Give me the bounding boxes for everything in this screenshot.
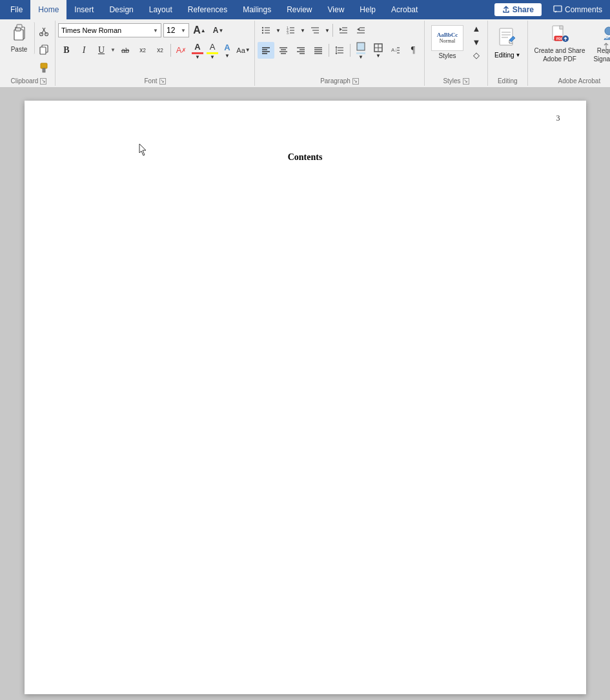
sort-icon: A↓: [391, 46, 400, 55]
align-left-button[interactable]: [258, 42, 274, 59]
increase-indent-button[interactable]: [352, 22, 369, 39]
styles-preview: AaBbCc Normal: [431, 25, 463, 51]
subscript-button[interactable]: x2: [134, 42, 151, 59]
editing-label-row: Editing ▼: [494, 52, 521, 59]
pilcrow-icon: ¶: [411, 45, 415, 55]
font-size-dropdown[interactable]: 12 ▼: [163, 23, 189, 37]
tab-insert[interactable]: Insert: [66, 0, 101, 19]
font-name-row: Times New Roman ▼ 12 ▼ A▲ A▼: [58, 22, 227, 39]
shading-button[interactable]: [352, 41, 369, 52]
shrink-font-button[interactable]: A▼: [210, 22, 227, 39]
create-pdf-icon-container: PDF: [549, 23, 571, 45]
editing-label: Editing: [494, 52, 514, 59]
multilevel-button[interactable]: [307, 22, 323, 39]
styles-scroll-down[interactable]: ▼: [468, 35, 485, 49]
bold-button[interactable]: B: [58, 42, 75, 59]
line-spacing-button[interactable]: [331, 42, 348, 59]
bullets-button[interactable]: [258, 22, 274, 39]
italic-button[interactable]: I: [76, 42, 92, 59]
increase-indent-icon: [356, 26, 365, 35]
separator-para: [332, 24, 333, 37]
strikethrough-button[interactable]: ab: [117, 42, 134, 59]
font-name-arrow: ▼: [153, 28, 158, 34]
styles-button[interactable]: AaBbCc Normal Styles: [427, 22, 467, 62]
tab-design[interactable]: Design: [101, 0, 141, 19]
numbering-icon: 1. 2. 3.: [286, 26, 295, 35]
paragraph-expand[interactable]: ↘: [352, 78, 359, 85]
ribbon-toolbar: Paste: [0, 19, 610, 88]
shading-container: ▼: [352, 41, 369, 59]
svg-rect-0: [554, 6, 562, 12]
clear-formatting-button[interactable]: A ✗: [173, 42, 190, 59]
align-right-button[interactable]: [292, 42, 309, 59]
show-marks-button[interactable]: ¶: [405, 42, 422, 59]
styles-expand[interactable]: ◇: [468, 48, 485, 62]
sort-button[interactable]: A↓: [387, 42, 404, 59]
adobe-group-content: PDF Create and ShareAdobe PDF RequestSig…: [531, 22, 611, 76]
underline-button[interactable]: U: [93, 42, 110, 59]
paste-icon: [10, 23, 28, 45]
clipboard-secondary-buttons: [36, 22, 52, 76]
ribbon-collapse-handle[interactable]: [602, 19, 610, 77]
text-effects-button[interactable]: A: [219, 42, 236, 54]
justify-button[interactable]: [310, 42, 327, 59]
multilevel-dropdown[interactable]: ▼: [324, 22, 330, 39]
font-name-dropdown[interactable]: Times New Roman ▼: [58, 23, 161, 37]
tab-review[interactable]: Review: [279, 0, 320, 19]
underline-dropdown[interactable]: ▼: [110, 42, 116, 59]
styles-expand-btn[interactable]: ↘: [463, 78, 469, 85]
tab-file[interactable]: File: [3, 0, 30, 19]
bullets-dropdown[interactable]: ▼: [275, 22, 281, 39]
decrease-indent-button[interactable]: [335, 22, 352, 39]
numbering-dropdown[interactable]: ▼: [300, 22, 306, 39]
paragraph-group-content: ▼ 1. 2. 3. ▼: [258, 22, 422, 76]
editing-icon: [498, 27, 517, 48]
styles-group: AaBbCc Normal Styles ▲ ▼ ◇ Styles ↘: [425, 21, 488, 86]
font-expand[interactable]: ↘: [159, 78, 166, 85]
text-effects-dropdown[interactable]: ▼: [224, 54, 230, 59]
font-format-row: B I U ▼ ab x2 x2 A ✗ A: [58, 41, 252, 59]
change-case-button[interactable]: Aa ▼: [235, 42, 252, 59]
tab-home[interactable]: Home: [30, 0, 66, 19]
styles-scroll-up[interactable]: ▲: [468, 22, 485, 35]
tab-help[interactable]: Help: [352, 0, 383, 19]
create-share-pdf-button[interactable]: PDF Create and ShareAdobe PDF: [531, 22, 589, 65]
editing-button[interactable]: Editing ▼: [491, 22, 525, 61]
editing-dropdown-arrow: ▼: [516, 52, 521, 58]
tab-view[interactable]: View: [320, 0, 352, 19]
font-size-arrow: ▼: [181, 28, 186, 34]
numbering-button[interactable]: 1. 2. 3.: [282, 22, 299, 39]
decrease-indent-icon: [339, 26, 348, 35]
tab-acrobat[interactable]: Acrobat: [383, 0, 425, 19]
borders-dropdown[interactable]: ▼: [375, 54, 381, 59]
share-button[interactable]: Share: [494, 3, 542, 16]
contents-title: Contents: [63, 152, 547, 163]
comments-icon: [553, 5, 562, 14]
page-content[interactable]: Contents: [63, 152, 547, 163]
justify-icon: [314, 46, 323, 55]
cut-button[interactable]: [36, 23, 52, 40]
create-pdf-label: Create and ShareAdobe PDF: [534, 46, 585, 63]
svg-marker-28: [340, 28, 342, 31]
styles-label: Styles: [438, 52, 456, 59]
tab-layout[interactable]: Layout: [141, 0, 180, 19]
tab-references[interactable]: References: [180, 0, 235, 19]
align-center-button[interactable]: [275, 42, 292, 59]
svg-rect-63: [500, 28, 513, 45]
grow-font-button[interactable]: A▲: [191, 22, 208, 39]
format-painter-button[interactable]: [36, 59, 52, 76]
create-pdf-icon: PDF: [550, 25, 569, 44]
svg-rect-55: [357, 43, 365, 50]
shading-dropdown[interactable]: ▼: [358, 54, 364, 59]
document-area: 3 Contents: [0, 88, 610, 700]
paste-button[interactable]: Paste: [5, 22, 35, 54]
superscript-button[interactable]: x2: [152, 42, 168, 59]
font-group-content: Times New Roman ▼ 12 ▼ A▲ A▼ B I U ▼ ab: [58, 22, 252, 76]
font-color-dropdown[interactable]: ▼: [194, 54, 201, 59]
copy-button[interactable]: [36, 41, 52, 58]
comments-button[interactable]: Comments: [545, 0, 610, 19]
clipboard-expand[interactable]: ↘: [40, 78, 46, 85]
highlight-dropdown[interactable]: ▼: [209, 54, 216, 59]
tab-mailings[interactable]: Mailings: [235, 0, 279, 19]
borders-button[interactable]: [370, 42, 387, 54]
